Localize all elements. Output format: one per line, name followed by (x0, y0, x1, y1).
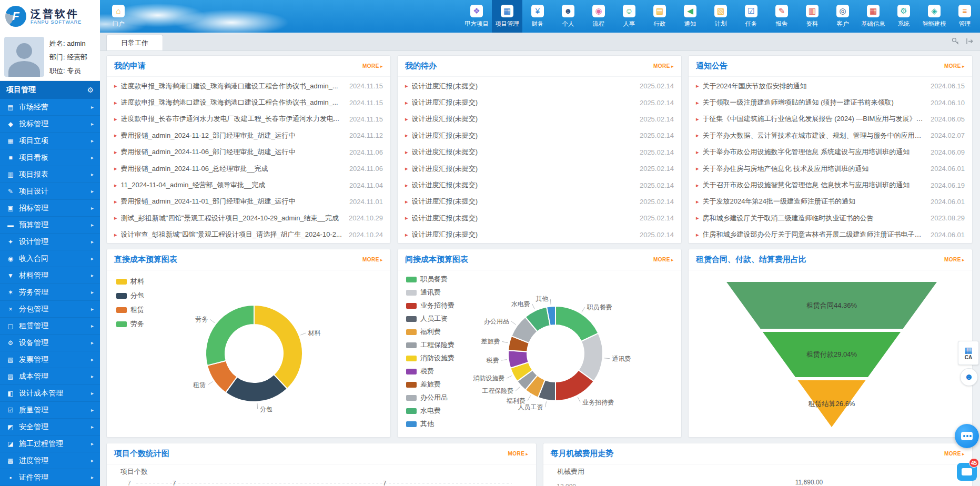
more-link-requests[interactable]: MORE▸ (362, 63, 383, 69)
request-list-item[interactable]: ▸ 费用报销_admin_2024-11-01_部门经理审批_胡建_运行中 20… (107, 194, 390, 210)
legend-item[interactable]: 税费 (406, 367, 454, 376)
sidebar-menu-item[interactable]: ▦ 项目立项 ▸ (0, 133, 100, 149)
request-list-item[interactable]: ▸ 进度款申报_珠海鹤港口建设_珠海鹤港口建设工程合作协议书_admin_...… (107, 94, 390, 110)
todo-list-item[interactable]: ▸ 设计进度汇报(未提交) 2025.02.14 (398, 127, 681, 144)
top-nav-item[interactable]: ⚙ 系统 (888, 0, 919, 33)
top-nav-item[interactable]: ☺ 人事 (614, 0, 644, 33)
sidebar-menu-item[interactable]: ◆ 投标管理 ▸ (0, 116, 100, 133)
notice-list-item[interactable]: ▸ 关于发放2024年第24批一级建造师注册证书的通知 2024.06.01 (689, 194, 972, 210)
more-link-indirect-cost[interactable]: MORE▸ (653, 257, 674, 262)
sidebar-menu-item[interactable]: ✎ 项目设计 ▸ (0, 183, 100, 200)
legend-item[interactable]: 其他 (406, 419, 454, 429)
more-link-notices[interactable]: MORE▸ (944, 63, 965, 69)
request-list-item[interactable]: ▸ 费用报销_admin_2024-11-06_部门经理审批_胡建_运行中 20… (107, 144, 390, 160)
collapse-icon[interactable] (966, 37, 974, 45)
legend-item[interactable]: 通讯费 (406, 288, 454, 297)
top-nav-item-portal[interactable]: ⌂ 门户 (103, 0, 134, 33)
sidebar-menu-item[interactable]: ◩ 安全管理 ▸ (0, 419, 100, 436)
request-list-item[interactable]: ▸ 测试_彭祖新城"四馆"景观工程设计项目_2024-10-29_admin_结… (107, 210, 390, 226)
sidebar-menu-item[interactable]: ▩ 进度管理 ▸ (0, 452, 100, 469)
legend-item[interactable]: 水电费 (406, 406, 454, 416)
more-link-todos[interactable]: MORE▸ (653, 63, 674, 69)
todo-list-item[interactable]: ▸ 设计进度汇报(未提交) 2025.02.14 (398, 160, 681, 177)
top-nav-item[interactable]: ▧ 计划 (705, 0, 736, 33)
todo-list-item[interactable]: ▸ 设计进度汇报(未提交) 2025.02.14 (398, 78, 681, 94)
top-nav-item[interactable]: ▤ 行政 (644, 0, 675, 33)
request-list-item[interactable]: ▸ 进度款申报_长春市伊通河水力发电厂改建工程_长春市伊通河水力发电... 20… (107, 111, 390, 127)
notice-list-item[interactable]: ▸ 关于召开市政公用设施智慧化管理信息 信息技术与应用培训班的通知 2024.0… (689, 177, 972, 193)
legend-item[interactable]: 福利费 (406, 327, 454, 337)
notice-list-item[interactable]: ▸ 于征集《中国建筑施工行业信息化发展报告 (2024) —BIM应用与发展》材… (689, 111, 972, 127)
sidebar-menu-item[interactable]: ◪ 施工过程管理 ▸ (0, 436, 100, 452)
sidebar-menu-item[interactable]: ▪ 证件管理 ▸ (0, 469, 100, 486)
legend-item[interactable]: 差旅费 (406, 380, 454, 389)
sidebar-menu-item[interactable]: × 分包管理 ▸ (0, 301, 100, 318)
legend-item[interactable]: 分包 (116, 291, 144, 300)
legend-item[interactable]: 职员餐费 (406, 275, 454, 284)
legend-item[interactable]: 劳务 (116, 319, 144, 329)
legend-item[interactable]: 业务招待费 (406, 301, 454, 310)
legend-item[interactable]: 材料 (116, 277, 144, 286)
notice-list-item[interactable]: ▸ 关于举办市政公用设施数字化管理信息 系统建设与应用培训班的通知 2024.0… (689, 144, 972, 160)
sidebar-menu-item[interactable]: ■ 项目看板 ▸ (0, 149, 100, 166)
scan-ca-widget[interactable]: ▦ CA (958, 341, 979, 365)
todo-list-item[interactable]: ▸ 设计进度汇报(未提交) 2025.02.14 (398, 210, 681, 226)
top-nav-item[interactable]: ◎ 客户 (827, 0, 858, 33)
todo-list-item[interactable]: ▸ 设计进度汇报(未提交) 2025.02.14 (398, 227, 681, 243)
sidebar-menu-item[interactable]: ☑ 质量管理 ▸ (0, 402, 100, 419)
top-nav-item[interactable]: ▥ 资料 (797, 0, 827, 33)
more-link-machine-cost[interactable]: MORE▸ (944, 451, 965, 457)
sidebar-menu-item[interactable]: ◉ 收入合同 ▸ (0, 250, 100, 267)
assistant-button[interactable] (955, 424, 979, 448)
sidebar-menu-item[interactable]: ▢ 租赁管理 ▸ (0, 318, 100, 335)
top-nav-item[interactable]: ◉ 流程 (583, 0, 614, 33)
todo-list-item[interactable]: ▸ 设计进度汇报(未提交) 2025.02.14 (398, 177, 681, 193)
top-nav-item[interactable]: ☑ 任务 (736, 0, 766, 33)
sidebar-menu-item[interactable]: ▬ 预算管理 ▸ (0, 217, 100, 234)
todo-list-item[interactable]: ▸ 设计进度汇报(未提交) 2025.02.14 (398, 94, 681, 110)
legend-item[interactable]: 租赁 (116, 305, 144, 315)
request-list-item[interactable]: ▸ 设计审查_彭祖新城"四馆"景观工程设计项目_请选择_胡广生_2024-10-… (107, 227, 390, 243)
more-link-direct-cost[interactable]: MORE▸ (362, 257, 383, 262)
request-list-item[interactable]: ▸ 11_2024-11-04_admin_经营部_领导审批__完成 2024.… (107, 177, 390, 193)
legend-item[interactable]: 工程保险费 (406, 340, 454, 350)
legend-item[interactable]: 办公用品 (406, 393, 454, 402)
notice-list-item[interactable]: ▸ 关于领取一级注册建造师增项贴的通知 (须持一建证书前来领取) 2024.06… (689, 94, 972, 110)
sidebar-menu-item[interactable]: ▥ 项目报表 ▸ (0, 166, 100, 183)
sidebar-menu-item[interactable]: ▧ 发票管理 ▸ (0, 351, 100, 368)
sidebar-menu-item[interactable]: ✶ 劳务管理 ▸ (0, 284, 100, 301)
sidebar-menu-item[interactable]: ▨ 成本管理 ▸ (0, 368, 100, 385)
more-link-project-count[interactable]: MORE▸ (508, 451, 528, 457)
todo-list-item[interactable]: ▸ 设计进度汇报(未提交) 2025.02.14 (398, 111, 681, 127)
sidebar-menu-item[interactable]: ▼ 材料管理 ▸ (0, 267, 100, 284)
request-list-item[interactable]: ▸ 进度款申报_珠海鹤港口建设_珠海鹤港口建设工程合作协议书_admin_...… (107, 78, 390, 94)
notice-list-item[interactable]: ▸ 关于举办住房与房地产信息化 技术及应用培训班的通知 2024.06.01 (689, 160, 972, 177)
top-nav-item[interactable]: ▦ 项目管理 (492, 0, 522, 33)
tab-daily-work[interactable]: 日常工作 (106, 35, 163, 50)
sidebar-menu-item[interactable]: ◧ 设计成本管理 ▸ (0, 385, 100, 402)
todo-list-item[interactable]: ▸ 设计进度汇报(未提交) 2025.02.14 (398, 144, 681, 160)
top-nav-item[interactable]: ¥ 财务 (522, 0, 553, 33)
top-nav-item[interactable]: ▦ 基础信息 (858, 0, 888, 33)
top-nav-item[interactable]: ◀ 通知 (675, 0, 705, 33)
todo-list-item[interactable]: ▸ 设计进度汇报(未提交) 2025.02.14 (398, 194, 681, 210)
notice-list-item[interactable]: ▸ 关于举办大数据、云计算技术在城市建设、规划、管理与服务中的应用培训班... … (689, 127, 972, 144)
sidebar-menu-item[interactable]: ▣ 招标管理 ▸ (0, 200, 100, 217)
sidebar-menu-item[interactable]: ⚙ 设备管理 ▸ (0, 335, 100, 351)
sidebar-menu-item[interactable]: ▤ 市场经营 ▸ (0, 99, 100, 116)
top-nav-item[interactable]: ✎ 报告 (766, 0, 797, 33)
notice-list-item[interactable]: ▸ 住房和城乡建设部办公厅关于同意吉林省开展二级建造师注册证书电子证... 20… (689, 227, 972, 243)
message-button[interactable]: 45 (957, 463, 977, 481)
top-nav-item[interactable]: ◈ 智能建模 (919, 0, 949, 33)
legend-item[interactable]: 人员工资 (406, 314, 454, 323)
legend-item[interactable]: 消防设施费 (406, 353, 454, 363)
top-nav-item[interactable]: ❖ 甲方项目 (461, 0, 492, 33)
notice-list-item[interactable]: ▸ 房和城乡建设厅关于取消二级建造师临时执业证书的公告 2023.08.29 (689, 210, 972, 226)
top-nav-item[interactable]: ☻ 个人 (553, 0, 583, 33)
top-nav-item[interactable]: ≡ 管理 (949, 0, 980, 33)
request-list-item[interactable]: ▸ 费用报销_admin_2024-11-06_总经理审批__完成 2024.1… (107, 160, 390, 177)
request-list-item[interactable]: ▸ 费用报销_admin_2024-11-12_部门经理审批_胡建_运行中 20… (107, 127, 390, 144)
service-widget[interactable]: ☻ (960, 368, 978, 386)
sidebar-menu-item[interactable]: ✦ 设计管理 ▸ (0, 234, 100, 250)
more-link-rental-funnel[interactable]: MORE▸ (944, 257, 965, 262)
